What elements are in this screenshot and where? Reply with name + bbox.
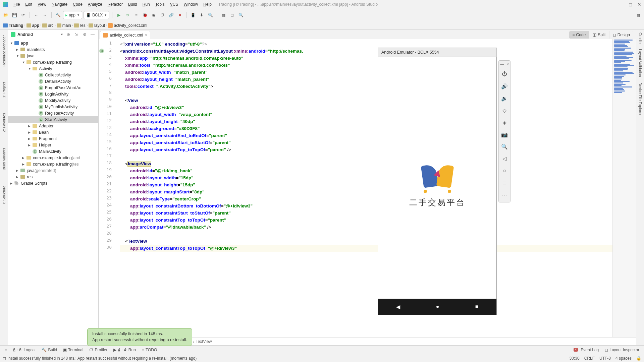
menu-analyze[interactable]: Analyze <box>85 2 105 7</box>
layout-inspector-icon[interactable]: 🔍 <box>207 11 214 19</box>
tree-bean[interactable]: ▶Bean <box>8 129 98 135</box>
tree-class-ForgotPassWordAc[interactable]: CForgotPassWordAc <box>8 84 98 91</box>
code-editor[interactable]: <?xml version="1.0" encoding="utf-8"?> <… <box>118 39 612 337</box>
breadcrumb-item[interactable]: layout <box>88 23 106 28</box>
tree-res[interactable]: ▶res <box>8 174 98 180</box>
build-icon[interactable]: 🔨 <box>54 11 62 19</box>
breadcrumb-item[interactable]: src <box>41 23 54 28</box>
design-view-button[interactable]: ◻ Design <box>609 31 633 39</box>
left-tab-1--project[interactable]: 1: Project <box>1 79 7 100</box>
tree-app[interactable]: ▼app <box>8 40 98 46</box>
breadcrumb-item[interactable]: app <box>25 23 40 28</box>
coverage-icon[interactable]: ◉ <box>150 11 157 19</box>
collapse-icon[interactable]: ⇲ <box>73 32 79 37</box>
event-log-tab[interactable]: 4Event Log <box>571 347 602 353</box>
stop-icon[interactable]: ■ <box>176 11 183 19</box>
tree-fragment[interactable]: ▶Fragment <box>8 135 98 142</box>
terminal-tab[interactable]: ▣ Terminal <box>60 347 86 353</box>
line-ending[interactable]: CRLF <box>584 356 595 361</box>
menu-run[interactable]: Run <box>140 2 153 7</box>
readonly-lock-icon[interactable]: 🔒 <box>636 356 641 361</box>
tree-manifests[interactable]: ▶manifests <box>8 46 98 53</box>
emulator-zoom-icon[interactable]: 🔍 <box>500 140 509 153</box>
locate-icon[interactable]: ⊕ <box>65 32 71 37</box>
back-icon[interactable]: ← <box>33 11 40 19</box>
forward-icon[interactable]: → <box>41 11 49 19</box>
sdk-icon[interactable]: ⬇ <box>198 11 205 19</box>
maximize-button[interactable]: ◻ <box>629 2 633 7</box>
sync-icon[interactable]: ⟳ <box>19 11 27 19</box>
tree-java-gen[interactable]: ▶java (generated) <box>8 167 98 174</box>
menu-help[interactable]: Help <box>201 2 214 7</box>
logcat-tab[interactable]: 6: 6: Logcat <box>10 347 38 353</box>
tree-pkg-test[interactable]: ▶com.example.trading (tes <box>8 161 98 167</box>
breadcrumb-item[interactable]: Trading <box>2 23 24 28</box>
search-everywhere-icon[interactable]: 🔍 <box>237 11 245 19</box>
avd-icon[interactable]: 📱 <box>189 11 197 19</box>
menu-build[interactable]: Build <box>125 2 140 7</box>
todo-tab-2[interactable]: ≡ TODO <box>139 347 160 353</box>
build-tab[interactable]: 🔨 Build <box>39 347 60 353</box>
project-view-selector[interactable]: Android <box>17 32 58 37</box>
menu-tools[interactable]: Tools <box>153 2 167 7</box>
emulator-minimize-icon[interactable]: — <box>500 62 504 66</box>
tree-gradle[interactable]: ▶🐘Gradle Scripts <box>8 180 98 186</box>
file-encoding[interactable]: UTF-8 <box>599 356 611 361</box>
tree-package[interactable]: ▼com.example.trading <box>8 59 98 65</box>
minimize-button[interactable]: — <box>619 2 624 7</box>
emulator-settings-icon[interactable]: ◻ <box>228 11 236 19</box>
layout-inspector-tab[interactable]: ◻ Layout Inspector <box>602 347 642 353</box>
emulator-title[interactable]: Android Emulator - BCLX:5554 <box>378 48 497 57</box>
device-selector[interactable]: 📱BCLX▼ <box>84 11 109 19</box>
open-icon[interactable]: 📂 <box>2 11 9 19</box>
tree-class-MyPublishActivity[interactable]: CMyPublishActivity <box>8 104 98 110</box>
emulator-power-icon[interactable]: ⏻ <box>500 68 509 80</box>
emulator-more-icon[interactable]: ⋯ <box>500 189 509 201</box>
menu-view[interactable]: View <box>35 2 49 7</box>
menu-navigate[interactable]: Navigate <box>49 2 70 7</box>
tree-helper[interactable]: ▶Helper <box>8 142 98 148</box>
emulator-close-icon[interactable]: × <box>506 62 508 66</box>
run-tab[interactable]: ▶ 4: 4: Run <box>111 347 138 353</box>
caret-position[interactable]: 30:30 <box>570 356 580 361</box>
emulator-screen[interactable]: 二手交易平台 ◀ ● ■ <box>378 57 497 315</box>
emulator-volume-down-icon[interactable]: 🔉 <box>500 92 509 104</box>
emulator-volume-up-icon[interactable]: 🔊 <box>500 80 509 92</box>
tree-activity-folder[interactable]: ▼Activity <box>8 65 98 72</box>
close-tab-icon[interactable]: × <box>145 33 147 38</box>
right-tab-device-file-explorer[interactable]: Device File Explorer <box>638 80 643 118</box>
menu-vcs[interactable]: VCS <box>167 2 181 7</box>
right-tab-layout-validation[interactable]: Layout Validation <box>638 46 643 80</box>
profiler-tab[interactable]: ⏱ Profiler <box>87 347 110 353</box>
tree-java[interactable]: ▼java <box>8 53 98 59</box>
menu-code[interactable]: Code <box>70 2 85 7</box>
emulator-back-icon[interactable]: ◁ <box>500 153 509 165</box>
tree-class-DetailsActivity[interactable]: CDetailsActivity <box>8 78 98 84</box>
profile-icon[interactable]: ⏱ <box>159 11 166 19</box>
android-recent-icon[interactable]: ■ <box>475 304 479 310</box>
editor-tab[interactable]: activity_collect.xml × <box>100 31 150 39</box>
left-tab-7--structure[interactable]: 7: Structure <box>1 183 7 207</box>
tree-mainactivity[interactable]: CMainActivity <box>8 148 98 155</box>
tree-pkg-androidtest[interactable]: ▶com.example.trading (and <box>8 155 98 161</box>
menu-refactor[interactable]: Refactor <box>105 2 125 7</box>
apply-changes-icon[interactable]: ⟲ <box>124 11 131 19</box>
left-tab-resource-manager[interactable]: Resource Manager <box>1 33 7 69</box>
code-view-button[interactable]: ≡ Code <box>569 31 589 39</box>
split-view-button[interactable]: ◫ Split <box>589 31 609 39</box>
android-home-icon[interactable]: ● <box>436 304 439 310</box>
ide-settings-icon[interactable]: ▦ <box>635 11 642 19</box>
settings-icon[interactable]: ⚙ <box>82 32 88 37</box>
emulator-screenshot-icon[interactable]: 📷 <box>500 128 509 140</box>
left-tab-build-variants[interactable]: Build Variants <box>1 145 7 173</box>
apply-code-icon[interactable]: ≡ <box>132 11 140 19</box>
menu-window[interactable]: Window <box>181 2 201 7</box>
breadcrumb-item[interactable]: main <box>56 23 72 28</box>
tree-adapter[interactable]: ▶Adapter <box>8 123 98 129</box>
save-icon[interactable]: 💾 <box>11 11 18 19</box>
emulator-rotate-left-icon[interactable]: ◇ <box>500 104 509 116</box>
close-button[interactable]: ✕ <box>637 2 641 7</box>
tree-class-StartActivity[interactable]: CStartActivity <box>8 116 98 123</box>
emulator-home-icon[interactable]: ○ <box>500 165 509 177</box>
indent-setting[interactable]: 4 spaces <box>615 356 632 361</box>
